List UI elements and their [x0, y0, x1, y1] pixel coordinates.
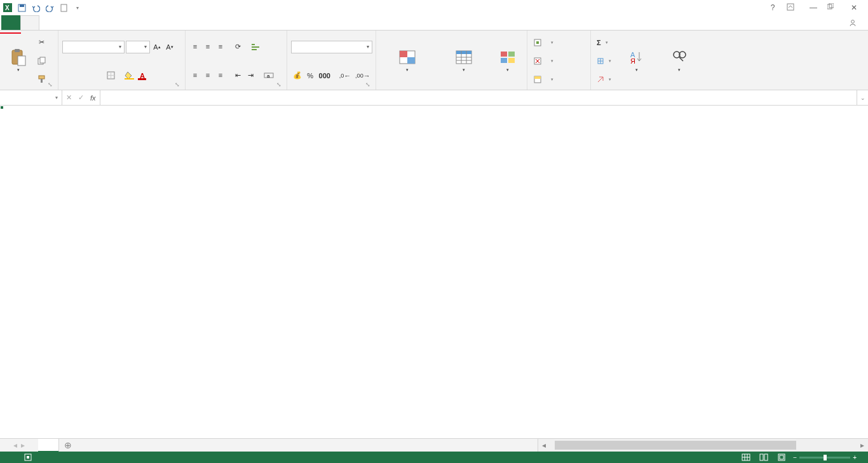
tab-acrobat[interactable] [211, 15, 230, 30]
tab-view[interactable] [154, 15, 173, 30]
name-box[interactable]: ▾ [0, 90, 62, 105]
confirm-edit-icon[interactable]: ✓ [78, 93, 84, 102]
font-name-combo[interactable]: ▾ [62, 41, 125, 53]
page-layout-view-icon[interactable] [757, 453, 770, 462]
svg-rect-19 [125, 78, 134, 79]
spreadsheet-grid[interactable] [0, 106, 868, 438]
sign-in[interactable] [841, 15, 868, 30]
shrink-font-icon[interactable]: A▾ [164, 41, 175, 53]
copy-icon[interactable] [36, 55, 48, 67]
tab-insert[interactable] [58, 15, 78, 30]
page-break-view-icon[interactable] [775, 453, 788, 462]
sort-filter-button[interactable]: AЯ ▾ [616, 33, 658, 88]
ribbon-collapse-icon[interactable] [787, 3, 799, 12]
grow-font-icon[interactable]: A▴ [151, 41, 163, 53]
font-dialog-icon[interactable]: ⤡ [173, 81, 181, 89]
clear-button[interactable]: ▾ [595, 73, 613, 86]
align-middle-icon[interactable]: ≡ [202, 41, 214, 52]
decrease-indent-icon[interactable]: ⇤ [232, 69, 243, 81]
format-cells-button[interactable]: ▾ [531, 73, 587, 86]
orientation-icon[interactable]: ⟳ [232, 41, 243, 52]
tab-menu[interactable] [39, 15, 58, 30]
new-doc-icon[interactable] [58, 3, 69, 13]
zoom-out-icon[interactable]: − [793, 454, 797, 461]
add-sheet-button[interactable]: ⊕ [59, 439, 77, 452]
svg-rect-45 [534, 76, 541, 79]
normal-view-icon[interactable] [740, 453, 752, 462]
align-right-icon[interactable]: ≡ [215, 69, 226, 81]
cancel-edit-icon[interactable]: ✕ [66, 93, 72, 102]
format-as-table-button[interactable]: ▾ [437, 33, 490, 88]
svg-rect-22 [252, 46, 259, 48]
tab-review[interactable] [135, 15, 154, 30]
maximize-icon[interactable] [827, 3, 840, 12]
scroll-left-icon[interactable]: ◂ [538, 441, 550, 450]
qat-dropdown-icon[interactable]: ▾ [72, 3, 83, 13]
minimize-icon[interactable]: — [807, 3, 820, 12]
autosum-button[interactable]: Σ ▾ [595, 36, 613, 49]
insert-cells-button[interactable]: ▾ [531, 36, 587, 49]
align-left-icon[interactable]: ≡ [189, 69, 201, 81]
zoom-control[interactable]: − + [793, 454, 863, 461]
tab-pagelayout[interactable] [78, 15, 97, 30]
align-center-icon[interactable]: ≡ [202, 69, 214, 81]
group-cells: ▾ ▾ ▾ [527, 31, 591, 90]
borders-icon[interactable] [105, 70, 117, 81]
ribbon-tabs [0, 15, 868, 31]
zoom-slider[interactable] [799, 457, 850, 459]
wrap-text-icon[interactable] [249, 41, 262, 52]
percent-format-icon[interactable]: % [304, 70, 316, 81]
tab-nitro[interactable] [192, 15, 211, 30]
sheet-tab[interactable] [38, 439, 59, 452]
number-dialog-icon[interactable]: ⤡ [364, 81, 372, 89]
help-icon[interactable]: ? [766, 3, 779, 12]
tab-formulas[interactable] [97, 15, 116, 30]
cut-icon[interactable]: ✂ [36, 37, 48, 48]
find-select-button[interactable]: ▾ [660, 33, 698, 88]
close-icon[interactable]: ✕ [848, 3, 860, 12]
merge-center-icon[interactable]: a [262, 69, 276, 81]
delete-cells-button[interactable]: ▾ [531, 55, 587, 67]
tab-file[interactable] [1, 15, 20, 30]
cell-styles-button[interactable]: ▾ [492, 33, 523, 88]
italic-button[interactable] [75, 70, 86, 81]
align-bottom-icon[interactable]: ≡ [215, 41, 226, 52]
increase-decimal-icon[interactable]: ,0← [337, 70, 352, 81]
macros-icon[interactable] [18, 453, 38, 461]
scroll-right-icon[interactable]: ▸ [857, 441, 868, 450]
tab-pdfxchange[interactable] [230, 15, 249, 30]
clipboard-dialog-icon[interactable]: ⤡ [46, 81, 54, 89]
conditional-formatting-button[interactable]: ▾ [380, 33, 435, 88]
find-icon [670, 48, 688, 66]
formula-expand-icon[interactable]: ⌄ [857, 90, 868, 105]
font-size-combo[interactable]: ▾ [126, 41, 150, 53]
fx-icon[interactable]: fx [90, 94, 96, 102]
alignment-dialog-icon[interactable]: ⤡ [275, 81, 283, 89]
accounting-format-icon[interactable]: 💰 [291, 70, 303, 81]
number-format-combo[interactable]: ▾ [291, 41, 372, 53]
sheet-nav[interactable]: ◂▸ [0, 439, 38, 452]
save-icon[interactable] [17, 3, 27, 13]
redo-icon[interactable] [44, 3, 55, 13]
name-box-dropdown-icon[interactable]: ▾ [55, 95, 58, 100]
horizontal-scrollbar[interactable]: ◂ ▸ [538, 439, 868, 452]
align-top-icon[interactable]: ≡ [189, 41, 201, 52]
fill-button[interactable]: ▾ [595, 55, 613, 67]
svg-rect-14 [39, 76, 44, 79]
tab-foxit[interactable] [173, 15, 192, 30]
zoom-in-icon[interactable]: + [853, 454, 857, 461]
scroll-thumb[interactable] [555, 441, 796, 450]
increase-indent-icon[interactable]: ⇥ [245, 69, 256, 81]
paste-button[interactable]: ▾ [4, 33, 33, 88]
bold-button[interactable] [62, 70, 74, 81]
underline-button[interactable] [88, 70, 99, 81]
decrease-decimal-icon[interactable]: ,00→ [354, 70, 372, 81]
tab-home[interactable] [20, 15, 39, 30]
formula-input[interactable] [100, 90, 857, 105]
fill-color-icon[interactable] [123, 70, 136, 81]
font-color-icon[interactable]: A [137, 70, 149, 81]
comma-format-icon[interactable]: 000 [317, 70, 332, 81]
excel-icon: X [3, 3, 13, 13]
tab-data[interactable] [116, 15, 135, 30]
undo-icon[interactable] [31, 3, 41, 13]
